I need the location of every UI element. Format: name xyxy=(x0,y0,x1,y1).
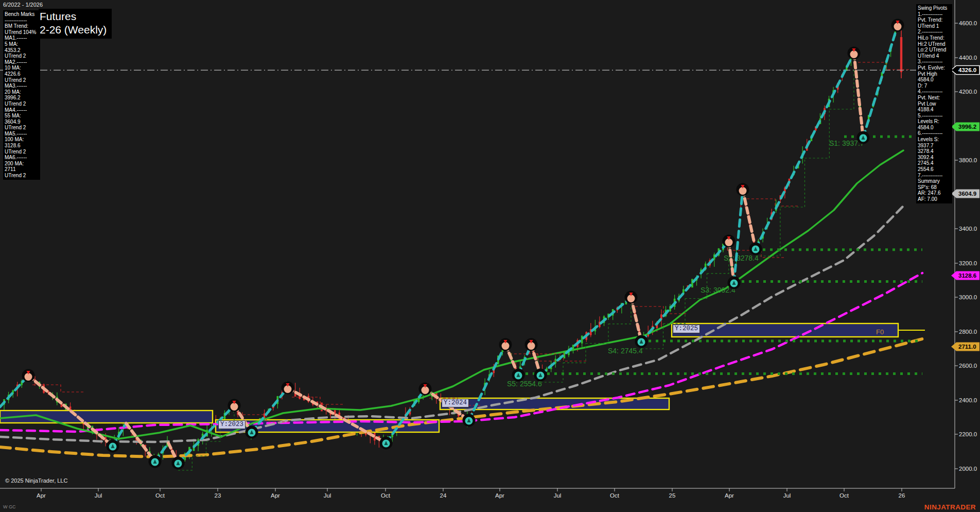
panel-line: UTrend 2 xyxy=(5,101,39,107)
year-box-label[interactable]: Y:2023 xyxy=(218,420,246,429)
time-tick-label: Oct xyxy=(839,492,849,499)
panel-line: Swing Pivots xyxy=(918,5,951,11)
panel-line: 3.------------ xyxy=(918,59,951,65)
time-tick-label: 23 xyxy=(215,492,221,499)
year-box-label[interactable]: Y:2024 xyxy=(442,399,469,407)
pivot-low-marker[interactable] xyxy=(857,131,870,144)
year-box-label[interactable]: Y:2025 xyxy=(673,325,700,333)
panel-line: SP's: 68 xyxy=(918,184,951,191)
pivot-low-marker[interactable] xyxy=(749,243,762,255)
pivot-high-marker[interactable] xyxy=(625,291,638,304)
panel-line: 4353.2 xyxy=(5,47,39,54)
panel-line: Pvt. Trend: xyxy=(918,17,951,23)
price-tick-label: 2200.0 xyxy=(959,431,977,437)
time-tick-label: 24 xyxy=(440,492,447,499)
price-tick-label: 2800.0 xyxy=(959,329,977,335)
chart-canvas[interactable]: F0S1: 3937.7S2: 3278.4S3: 3092.4S4: 2745… xyxy=(0,0,980,512)
price-tick-label: 4400.0 xyxy=(959,55,977,61)
panel-line: Bench Marks xyxy=(5,11,39,18)
price-tick-label: 3200.0 xyxy=(959,260,977,266)
pivot-low-marker[interactable] xyxy=(534,369,547,382)
time-tick-label: Oct xyxy=(610,492,619,499)
panel-line: HiLo Trend: xyxy=(918,35,951,41)
pivot-low-marker[interactable] xyxy=(107,440,119,453)
candle-body xyxy=(691,279,693,287)
panel-line: 1.------------ xyxy=(918,11,951,18)
price-tick-label: 2000.0 xyxy=(959,466,977,472)
swing-up-segment xyxy=(540,297,631,375)
pivot-high-marker[interactable] xyxy=(22,369,35,382)
price-badges-layer: 4326.03996.23604.93128.62711.0 xyxy=(951,66,979,351)
panel-line: MA4.------ xyxy=(5,107,39,113)
pivot-high-marker[interactable] xyxy=(499,338,512,351)
pivot-evolve-steps-up xyxy=(540,304,631,382)
panel-line: 55 MA: xyxy=(5,113,39,119)
time-tick-label: Apr xyxy=(725,492,734,499)
pivot-high-marker[interactable] xyxy=(228,399,241,412)
pivot-low-marker[interactable] xyxy=(149,455,162,468)
ninjatrader-logo: NINJATRADER xyxy=(924,503,976,511)
price-badge-label: 3996.2 xyxy=(958,124,976,130)
swing-down-segment xyxy=(854,53,863,138)
panel-line: AF: 7.00 xyxy=(918,196,951,202)
pivot-stop-steps-down xyxy=(747,199,798,206)
ma-line-20-ma xyxy=(0,150,903,439)
panel-line: Pvt. Next: xyxy=(918,95,951,101)
panel-line: UTrend 2 xyxy=(5,53,39,59)
pivot-low-marker[interactable] xyxy=(512,369,525,382)
pivot-high-marker[interactable] xyxy=(737,183,749,196)
pivot-low-marker[interactable] xyxy=(635,335,648,348)
price-tick-label: 2400.0 xyxy=(959,397,977,403)
pivot-low-marker[interactable] xyxy=(246,426,258,439)
panel-line: 100 MA: xyxy=(5,136,39,143)
pivot-high-marker[interactable] xyxy=(282,382,294,395)
pivot-high-marker[interactable] xyxy=(419,383,432,396)
pivot-high-marker[interactable] xyxy=(848,47,861,60)
panel-line: MA6.------ xyxy=(5,155,39,161)
time-tick-label: Oct xyxy=(155,492,165,499)
panel-line: 20 MA: xyxy=(5,89,39,95)
swing-down-segment xyxy=(631,297,641,342)
pivot-low-marker[interactable] xyxy=(728,277,741,289)
time-tick-label: Jul xyxy=(554,492,562,499)
support-level-label: S4: 2745.4 xyxy=(608,347,643,355)
pivot-high-marker[interactable] xyxy=(891,19,904,32)
price-tick-label: 4600.0 xyxy=(959,20,977,26)
pivot-high-marker[interactable] xyxy=(723,235,736,248)
support-level-label: S5: 2554.6 xyxy=(507,380,542,388)
f0-label: F0 xyxy=(876,328,884,336)
pivot-low-marker[interactable] xyxy=(463,414,476,427)
price-tick-label: 4200.0 xyxy=(959,89,977,95)
panel-line: MA3.------ xyxy=(5,83,39,89)
swing-up-segment xyxy=(756,53,854,249)
time-tick-label: Jul xyxy=(95,492,102,499)
year-range-box[interactable] xyxy=(0,411,213,423)
time-tick-label: Apr xyxy=(495,492,504,499)
price-tick-label: 3800.0 xyxy=(959,157,977,163)
swing-up-segment xyxy=(863,25,898,138)
time-tick-label: Oct xyxy=(381,492,390,499)
panel-line: 5.------------ xyxy=(918,113,951,119)
pivot-low-marker[interactable] xyxy=(380,437,393,450)
panel-line: D: 7 xyxy=(918,83,951,89)
panel-line: Pvt Low xyxy=(918,101,951,107)
panel-line: 3996.2 xyxy=(5,95,39,101)
panel-line: UTrend 1 xyxy=(918,23,951,29)
panel-line: 4584.0 xyxy=(918,77,951,83)
panel-line: 5 MA: xyxy=(5,41,39,47)
last-candle-body xyxy=(900,37,902,72)
time-tick-label: 26 xyxy=(899,492,905,499)
chart-title-line2: 2-26 (Weekly) xyxy=(40,23,107,37)
panel-line: ------------- xyxy=(5,18,39,24)
panel-line: UTrend 104% xyxy=(5,29,39,36)
panel-line: Lo:2 UTrend xyxy=(918,47,951,53)
panel-line: 2745.4 xyxy=(918,160,951,166)
price-badge-label: 2711.0 xyxy=(958,344,976,350)
panel-line: UTrend 2 xyxy=(5,149,39,155)
bench-marks-panel: Bench Marks-------------BM Trend:UTrend … xyxy=(3,10,40,180)
copyright-text: © 2025 NinjaTrader, LLC xyxy=(5,477,67,484)
pivot-low-marker[interactable] xyxy=(172,457,185,470)
pivot-high-marker[interactable] xyxy=(525,338,538,351)
panel-line: Summary xyxy=(918,178,951,184)
price-badge-label: 4326.0 xyxy=(958,67,976,73)
